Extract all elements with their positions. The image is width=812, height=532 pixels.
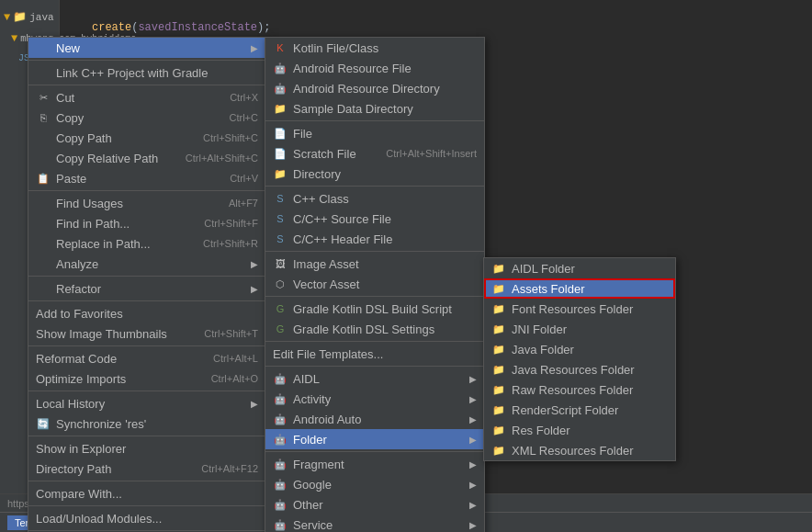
- cpp-class-icon: S: [273, 191, 288, 206]
- android-res-icon: 🤖: [273, 61, 288, 75]
- cut-icon: ✂: [36, 90, 51, 105]
- menu-item-java-folder[interactable]: 📁 Java Folder: [484, 339, 675, 359]
- arrow-icon: ▶: [251, 259, 258, 269]
- menu-item-analyze[interactable]: Analyze ▶: [28, 254, 265, 274]
- menu-item-raw-resources[interactable]: 📁 Raw Resources Folder: [484, 379, 675, 400]
- menu-item-service[interactable]: 🤖 Service ▶: [265, 515, 484, 532]
- menu-item-compare[interactable]: Compare With...: [28, 483, 265, 504]
- menu-item-cpp-source[interactable]: S C/C++ Source File: [265, 209, 484, 229]
- menu-item-jni-folder[interactable]: 📁 JNI Folder: [484, 319, 675, 339]
- menu-item-scratch-file[interactable]: 📄 Scratch File Ctrl+Alt+Shift+Insert: [265, 143, 484, 164]
- menu-item-copy-path[interactable]: Copy Path Ctrl+Shift+C: [28, 128, 265, 148]
- find-icon: [36, 196, 51, 210]
- vector-icon: ⬡: [273, 277, 288, 291]
- menu-item-file[interactable]: 📄 File: [265, 123, 484, 143]
- kotlin-icon: K: [273, 40, 288, 55]
- menu-item-favorites[interactable]: Add to Favorites: [28, 303, 265, 323]
- menu-item-renderscript[interactable]: 📁 RenderScript Folder: [484, 400, 675, 420]
- menu-item-google[interactable]: 🤖 Google ▶: [265, 474, 484, 494]
- menu-item-gradle-build[interactable]: G Gradle Kotlin DSL Build Script: [265, 299, 484, 319]
- arrow-icon: ▶: [469, 414, 477, 424]
- fragment-icon: 🤖: [273, 457, 288, 471]
- menu-item-res-folder[interactable]: 📁 Res Folder: [484, 420, 675, 440]
- menu-item-image-asset[interactable]: 🖼 Image Asset: [265, 254, 484, 274]
- menu-item-copy[interactable]: ⎘ Copy Ctrl+C: [28, 108, 265, 128]
- gradle-icon: G: [273, 301, 288, 316]
- other-icon: 🤖: [273, 497, 288, 512]
- res-folder-icon: 📁: [491, 423, 506, 437]
- menu-item-gradle-settings[interactable]: G Gradle Kotlin DSL Settings: [265, 319, 484, 339]
- menu-item-android-resource-file[interactable]: 🤖 Android Resource File: [265, 58, 484, 78]
- menu-item-aidl-folder[interactable]: 📁 AIDL Folder: [484, 258, 675, 278]
- menu-item-thumbnails[interactable]: Show Image Thumbnails Ctrl+Shift+T: [28, 323, 265, 344]
- menu-item-refactor[interactable]: Refactor ▶: [28, 278, 265, 299]
- menu-item-aidl[interactable]: 🤖 AIDL ▶: [265, 368, 484, 389]
- separator: [28, 530, 265, 531]
- menu-item-find-usages[interactable]: Find Usages Alt+F7: [28, 193, 265, 213]
- android-dir-icon: 🤖: [273, 81, 288, 96]
- cpp-header-icon: S: [273, 232, 288, 246]
- separator: [28, 276, 265, 277]
- separator: [265, 251, 484, 252]
- menu-item-link-cpp[interactable]: Link C++ Project with Gradle: [28, 62, 265, 83]
- menu-item-sync[interactable]: 🔄 Synchronize 'res': [28, 413, 265, 434]
- gradle-settings-icon: G: [273, 322, 288, 336]
- menu-item-kotlin-file[interactable]: K Kotlin File/Class: [265, 38, 484, 58]
- menu-item-java-resources[interactable]: 📁 Java Resources Folder: [484, 359, 675, 379]
- menu-item-dir-path[interactable]: Directory Path Ctrl+Alt+F12: [28, 458, 265, 479]
- menu-item-cpp-class[interactable]: S C++ Class: [265, 188, 484, 209]
- menu-item-cpp-header[interactable]: S C/C++ Header File: [265, 229, 484, 249]
- analyze-icon: [36, 256, 51, 271]
- menu-item-directory[interactable]: 📁 Directory: [265, 164, 484, 184]
- arrow-icon: ▶: [469, 480, 477, 490]
- arrow-icon: ▶: [469, 500, 477, 510]
- menu-item-android-auto[interactable]: 🤖 Android Auto ▶: [265, 409, 484, 429]
- file-icon: 📄: [273, 126, 288, 141]
- menu-item-xml-resources[interactable]: 📁 XML Resources Folder: [484, 440, 675, 460]
- aidl-folder-icon: 📁: [491, 261, 506, 276]
- arrow-icon: ▶: [469, 520, 477, 530]
- menu-item-optimize[interactable]: Optimize Imports Ctrl+Alt+O: [28, 368, 265, 389]
- context-menu-level3: 📁 AIDL Folder 📁 Assets Folder 📁 Font Res…: [483, 257, 676, 461]
- paste-icon: 📋: [36, 171, 51, 186]
- menu-item-paste[interactable]: 📋 Paste Ctrl+V: [28, 168, 265, 188]
- separator: [28, 60, 265, 61]
- arrow-icon: ▶: [251, 399, 258, 409]
- cpp-source-icon: S: [273, 211, 288, 226]
- separator: [265, 341, 484, 342]
- copy-path-icon: [36, 130, 51, 145]
- separator: [28, 190, 265, 191]
- menu-item-vector-asset[interactable]: ⬡ Vector Asset: [265, 274, 484, 294]
- separator: [28, 481, 265, 481]
- arrow-icon: ▶: [251, 284, 258, 294]
- menu-item-copy-relative-path[interactable]: Copy Relative Path Ctrl+Alt+Shift+C: [28, 148, 265, 168]
- menu-item-local-history[interactable]: Local History ▶: [28, 393, 265, 413]
- find-path-icon: [36, 216, 51, 231]
- separator: [28, 391, 265, 391]
- menu-item-cut[interactable]: ✂ Cut Ctrl+X: [28, 87, 265, 108]
- menu-item-fragment[interactable]: 🤖 Fragment ▶: [265, 454, 484, 474]
- replace-icon: [36, 236, 51, 251]
- menu-item-activity[interactable]: 🤖 Activity ▶: [265, 389, 484, 409]
- menu-item-replace-path[interactable]: Replace in Path... Ctrl+Shift+R: [28, 233, 265, 254]
- raw-folder-icon: 📁: [491, 382, 506, 397]
- menu-item-android-resource-dir[interactable]: 🤖 Android Resource Directory: [265, 78, 484, 98]
- menu-item-load-modules[interactable]: Load/Unload Modules...: [28, 508, 265, 528]
- menu-item-folder[interactable]: 🤖 Folder ▶: [265, 429, 484, 449]
- assets-folder-icon: 📁: [491, 281, 506, 296]
- menu-item-new[interactable]: New ▶: [28, 38, 265, 58]
- context-menu-layer: New ▶ Link C++ Project with Gradle ✂ Cut…: [0, 0, 812, 532]
- separator: [28, 345, 265, 346]
- copy-icon: ⎘: [36, 110, 51, 125]
- link-icon: [36, 65, 51, 80]
- menu-item-assets-folder[interactable]: 📁 Assets Folder: [484, 278, 675, 299]
- menu-item-edit-templates[interactable]: Edit File Templates...: [265, 344, 484, 364]
- menu-item-show-explorer[interactable]: Show in Explorer: [28, 438, 265, 458]
- menu-item-font-resources[interactable]: 📁 Font Resources Folder: [484, 299, 675, 319]
- jni-folder-icon: 📁: [491, 322, 506, 336]
- context-menu-level2: K Kotlin File/Class 🤖 Android Resource F…: [265, 37, 485, 532]
- menu-item-sample-data[interactable]: 📁 Sample Data Directory: [265, 98, 484, 119]
- menu-item-reformat[interactable]: Reformat Code Ctrl+Alt+L: [28, 348, 265, 368]
- menu-item-find-path[interactable]: Find in Path... Ctrl+Shift+F: [28, 213, 265, 233]
- menu-item-other[interactable]: 🤖 Other ▶: [265, 494, 484, 515]
